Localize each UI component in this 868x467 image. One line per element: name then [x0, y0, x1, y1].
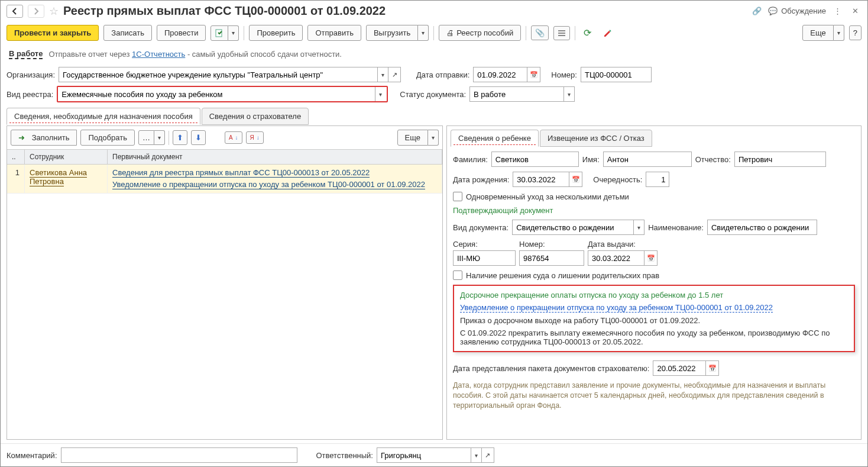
close-icon[interactable]: ✕	[848, 5, 861, 18]
tab-insurer-info[interactable]: Сведения о страхователе	[202, 108, 309, 125]
move-up-button[interactable]: ⬆	[173, 130, 187, 145]
mark-icon[interactable]	[210, 25, 228, 41]
send-date-input[interactable]	[473, 67, 527, 82]
back-button[interactable]	[7, 5, 23, 18]
name-input[interactable]	[603, 152, 692, 167]
export-menu[interactable]: Выгрузить ▾	[366, 25, 429, 41]
chevron-down-icon[interactable]: ▾	[634, 220, 644, 235]
svg-rect-3	[558, 35, 565, 36]
chevron-down-icon[interactable]: ▾	[154, 130, 165, 145]
th-document[interactable]: Первичный документ	[108, 150, 442, 164]
table-header: .. Сотрудник Первичный документ	[7, 149, 442, 165]
discussion-button[interactable]: 💬 Обсуждение	[768, 7, 826, 15]
more-menu[interactable]: Еще ▾	[802, 25, 844, 41]
star-icon[interactable]: ☆	[49, 5, 59, 18]
edit-button[interactable]	[600, 26, 616, 40]
chevron-down-icon[interactable]: ▾	[834, 25, 844, 41]
number-input[interactable]	[581, 67, 652, 82]
send-button[interactable]: Отправить	[307, 25, 361, 41]
status-note-link[interactable]: 1С-Отчетность	[132, 50, 185, 59]
tab-fss-notice[interactable]: Извещение из ФСС / Отказ	[540, 130, 652, 147]
responsible-label: Ответственный:	[316, 451, 373, 460]
employees-table: .. Сотрудник Первичный документ 1 Светик…	[7, 149, 442, 439]
registry-type-input[interactable]	[58, 87, 375, 101]
th-employee[interactable]: Сотрудник	[25, 150, 108, 164]
attach-button[interactable]: 📎	[531, 25, 549, 40]
comment-input[interactable]	[61, 447, 297, 463]
pick-button[interactable]: Подобрать	[80, 130, 134, 146]
tab-child-info[interactable]: Сведения о ребенке	[451, 130, 539, 147]
open-icon[interactable]: ↗	[388, 67, 401, 82]
order-label: Очередность:	[593, 175, 642, 184]
fill-menu[interactable]: ➜ Заполнить	[11, 130, 77, 146]
right-tabs: Сведения о ребенке Извещение из ФСС / От…	[447, 126, 861, 147]
link-icon[interactable]: 🔗	[750, 5, 763, 18]
chevron-down-icon[interactable]: ▾	[471, 447, 482, 463]
deprive-checkbox[interactable]	[453, 270, 462, 280]
chevron-down-icon[interactable]: ▾	[378, 67, 388, 82]
responsible-input[interactable]	[377, 447, 471, 463]
kebab-icon[interactable]: ⋮	[831, 5, 844, 18]
dots-menu[interactable]: … ▾	[138, 130, 165, 145]
th-num[interactable]: ..	[7, 150, 25, 164]
registry-benefits-button[interactable]: 🖨 Реестр пособий	[439, 25, 521, 41]
chevron-down-icon[interactable]: ▾	[564, 86, 575, 102]
post-close-button[interactable]: Провести и закрыть	[7, 25, 99, 41]
calendar-icon[interactable]: 📅	[527, 67, 540, 82]
list-button[interactable]	[553, 26, 570, 40]
patr-input[interactable]	[734, 152, 826, 167]
ser-input[interactable]	[453, 250, 516, 266]
redbox-title: Досрочное прекращение оплаты отпуска по …	[460, 291, 848, 299]
employee-link[interactable]: Светикова Анна Петровна	[30, 168, 87, 186]
chevron-down-icon[interactable]: ▾	[428, 130, 439, 146]
doc-link-1[interactable]: Сведения для реестра прямых выплат ФСС Т…	[112, 168, 370, 178]
doc-link-2[interactable]: Уведомление о прекращении отпуска по ухо…	[112, 180, 425, 189]
mark-menu[interactable]: ▾	[210, 25, 239, 41]
sort-za-button[interactable]: Я↓	[246, 131, 264, 144]
issue-input[interactable]	[588, 250, 644, 266]
simul-checkbox[interactable]	[453, 192, 462, 201]
refresh-button[interactable]: ⟳	[580, 25, 595, 41]
doc-status-input[interactable]	[469, 86, 564, 102]
doc-name-input[interactable]	[707, 220, 817, 235]
chevron-down-icon[interactable]: ▾	[418, 25, 429, 41]
sort-az-button[interactable]: А↓	[225, 131, 242, 144]
bottom-bar: Комментарий: Ответственный: ▾ ↗	[1, 443, 867, 466]
chevron-down-icon[interactable]: ▾	[228, 25, 239, 41]
right-pane: Сведения о ребенке Извещение из ФСС / От…	[446, 125, 861, 440]
left-more-button[interactable]: Еще	[397, 130, 428, 146]
status-note: Отправьте отчет через 1С-Отчетность - са…	[48, 50, 342, 59]
left-more-menu[interactable]: Еще ▾	[397, 130, 439, 146]
number-label: Номер:	[551, 70, 577, 79]
redbox-link[interactable]: Уведомление о прекращении отпуска по ухо…	[460, 303, 773, 313]
chevron-down-icon[interactable]: ▾	[375, 87, 386, 101]
doc-name-label: Наименование:	[648, 223, 704, 232]
move-down-button[interactable]: ⬇	[191, 130, 206, 145]
fill-button[interactable]: ➜ Заполнить	[11, 130, 77, 146]
check-button[interactable]: Проверить	[249, 25, 303, 41]
export-button[interactable]: Выгрузить	[366, 25, 418, 41]
name-label: Имя:	[582, 155, 600, 164]
status-link[interactable]: В работе	[9, 49, 43, 59]
open-icon[interactable]: ↗	[481, 447, 494, 463]
comment-label: Комментарий:	[7, 451, 57, 460]
doc-type-input[interactable]	[512, 220, 634, 235]
save-button[interactable]: Записать	[103, 25, 152, 41]
table-row[interactable]: 1 Светикова Анна Петровна Сведения для р…	[7, 165, 442, 194]
calendar-icon[interactable]: 📅	[644, 250, 658, 266]
dots-button[interactable]: …	[138, 130, 154, 145]
more-button[interactable]: Еще	[802, 25, 833, 41]
org-input[interactable]	[59, 67, 378, 82]
issue-label: Дата выдачи:	[588, 240, 658, 249]
calendar-icon[interactable]: 📅	[706, 360, 719, 376]
fam-input[interactable]	[491, 152, 579, 167]
tab-assign-info[interactable]: Сведения, необходимые для назначения пос…	[7, 108, 200, 125]
help-button[interactable]: ?	[849, 25, 861, 40]
num-input[interactable]	[519, 250, 584, 266]
post-button[interactable]: Провести	[157, 25, 206, 41]
order-input[interactable]	[646, 172, 669, 187]
dob-input[interactable]	[513, 172, 569, 187]
forward-button[interactable]	[28, 5, 44, 18]
calendar-icon[interactable]: 📅	[569, 172, 582, 187]
pkg-date-input[interactable]	[653, 360, 706, 376]
